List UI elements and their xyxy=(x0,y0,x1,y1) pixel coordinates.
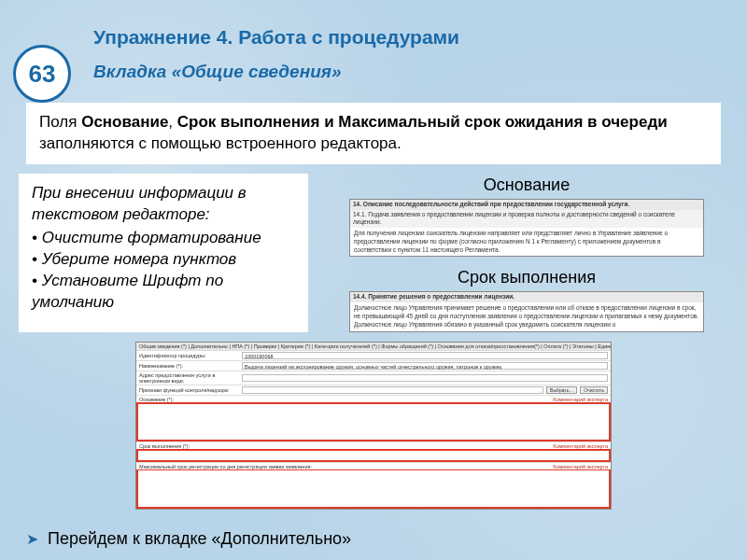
clear-button[interactable]: Очистить xyxy=(580,386,608,394)
form-label: Адрес предоставления услуги в электронно… xyxy=(139,372,242,384)
editor-label: Срок выполнения (*): xyxy=(139,443,190,449)
intro-text: заполняются с помощью встроенного редакт… xyxy=(39,134,402,152)
editor-box-osnovanie[interactable] xyxy=(136,402,611,441)
page-title: Упражнение 4. Работа с процедурами xyxy=(93,26,728,49)
form-row-id: Идентификатор процедуры: 1000190068 xyxy=(136,350,611,360)
shot1-body: Для получения лицензии соискатель лиценз… xyxy=(350,228,703,256)
intro-card: Поля Основание, Срок выполнения и Максим… xyxy=(26,103,721,164)
intro-bold-2: Срок выполнения и Максимальный срок ожид… xyxy=(177,113,668,131)
header: 63 Упражнение 4. Работа с процедурами Вк… xyxy=(0,0,747,91)
form-label: Идентификатор процедуры: xyxy=(139,353,242,358)
intro-text: , xyxy=(168,113,176,131)
footer-note: ➤ Перейдем к вкладке «Дополнительно» xyxy=(26,529,351,549)
form-input-addr[interactable] xyxy=(242,374,608,382)
screenshot-srok: 14.4. Принятие решения о предоставлении … xyxy=(349,291,704,331)
expert-comment-link[interactable]: Комментарий эксперта xyxy=(553,397,608,402)
form-input-name[interactable]: Выдача лицензий на экспонирование оружия… xyxy=(242,362,608,370)
page-subtitle: Вкладка «Общие сведения» xyxy=(93,62,728,82)
form-label: Наименование (*): xyxy=(139,363,242,369)
editor-label: Максимальный срок регистрации со дня рег… xyxy=(139,464,312,469)
form-input-ctrl[interactable] xyxy=(242,386,543,394)
tips-item-text: Очистите форматирование xyxy=(42,229,261,246)
content-row: При внесении информации в текстовом реда… xyxy=(0,174,747,332)
shot1-header: 14. Описание последовательности действий… xyxy=(350,200,703,210)
form-screenshot: Общие сведения (*) | Дополнительно | НПА… xyxy=(135,342,612,510)
screenshot-osnovanie: 14. Описание последовательности действий… xyxy=(349,199,704,258)
footer-text: Перейдем к вкладке «Дополнительно» xyxy=(48,529,351,549)
expert-comment-link[interactable]: Комментарий эксперта xyxy=(553,464,608,469)
screenshot-label-2: Срок выполнения xyxy=(458,268,596,287)
shot2-body: Должностное лицо Управления принимает ре… xyxy=(350,302,703,330)
screenshot-label-1: Основание xyxy=(484,175,570,195)
expert-comment-link[interactable]: Комментарий эксперта xyxy=(553,443,608,449)
editor-box-srok[interactable] xyxy=(136,449,611,462)
shot2-body-line1: Должностное лицо Управления принимает ре… xyxy=(354,304,698,319)
shot2-body-line2: Должностное лицо Управления обязано в ук… xyxy=(354,321,615,328)
tips-item: • Установите Шрифт по умолчанию xyxy=(32,271,295,314)
slide-number-badge: 63 xyxy=(13,45,71,103)
tips-item: • Уберите номера пунктов xyxy=(32,249,295,271)
editor-label: Основание (*): xyxy=(139,397,174,402)
shot1-subheader: 14.1. Подача заявления о предоставлении … xyxy=(350,210,703,229)
editor-box-maxsrok[interactable] xyxy=(136,469,611,509)
form-row-ctrl: Признаки функций контроля/надзора: Выбра… xyxy=(136,385,611,395)
tips-item-text: Установите Шрифт по умолчанию xyxy=(32,272,223,311)
form-row-addr: Адрес предоставления услуги в электронно… xyxy=(136,371,611,385)
intro-text: Поля xyxy=(39,113,81,131)
tips-item-text: Уберите номера пунктов xyxy=(42,250,237,268)
select-button[interactable]: Выбрать… xyxy=(546,386,577,394)
shot2-header: 14.4. Принятие решения о предоставлении … xyxy=(350,292,703,302)
tips-heading: При внесении информации в текстовом реда… xyxy=(32,183,295,226)
form-input-id[interactable]: 1000190068 xyxy=(242,352,608,359)
form-label: Признаки функций контроля/надзора: xyxy=(139,387,242,393)
tips-card: При внесении информации в текстовом реда… xyxy=(19,174,308,332)
arrow-icon: ➤ xyxy=(26,530,38,548)
screenshots-column: Основание 14. Описание последовательност… xyxy=(325,174,728,332)
tips-item: • Очистите форматирование xyxy=(32,228,295,249)
form-row-name: Наименование (*): Выдача лицензий на экс… xyxy=(136,360,611,371)
intro-bold-1: Основание xyxy=(81,113,168,131)
form-tabs: Общие сведения (*) | Дополнительно | НПА… xyxy=(136,343,611,350)
